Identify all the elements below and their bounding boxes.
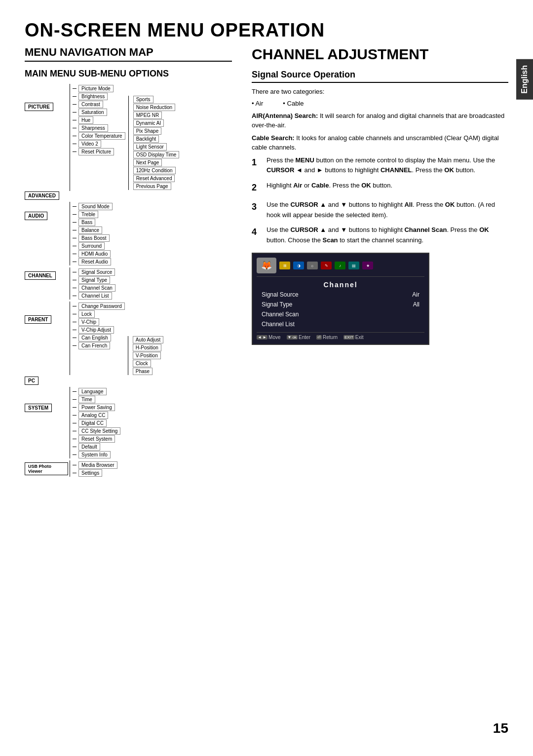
para2: Cable Search: It looks for analog cable … <box>252 133 508 152</box>
channel-adj-title: Channel Adjustment <box>252 46 508 63</box>
ch-nav-return: ⏎ Return <box>316 335 338 340</box>
ch-icon-6: ▤ <box>348 262 359 269</box>
ch-label-channel-list: Channel List <box>262 321 295 328</box>
ch-label-channel-scan: Channel Scan <box>262 311 299 318</box>
step-3-text: Use the CURSOR ▲ and ▼ buttons to highli… <box>266 200 508 221</box>
sub-channel-list: Channel List <box>78 292 112 300</box>
para2-bold: Cable Search: <box>252 134 295 142</box>
l3-phase: Phase <box>133 368 152 375</box>
channel-topbar: 🦊 ⊞ ◑ ☼ ✎ ♪ ▤ ★ <box>257 258 424 277</box>
para1-bold: AIR(Antenna) Search: <box>252 112 318 119</box>
sub-digital-cc: Digital CC <box>78 419 107 427</box>
categories-text: There are two categories: <box>252 87 508 97</box>
ch-nav-enter: ▼ ok Enter <box>287 335 311 340</box>
sub-default: Default <box>78 443 100 451</box>
l3-sports: Sports <box>133 96 153 103</box>
sub-language: Language <box>78 388 107 395</box>
sub-reset-picture: Reset Picture <box>78 148 114 155</box>
sub-reset-sys: Reset System <box>78 435 115 443</box>
menu-parent: PARENT <box>25 315 51 324</box>
sub-settings: Settings <box>78 469 102 477</box>
step-2-num: 2 <box>252 181 262 195</box>
enter-label: Enter <box>299 335 310 340</box>
menu-channel: CHANNEL <box>25 271 56 280</box>
step-4-text: Use the CURSOR ▲ and ▼ buttons to highli… <box>266 225 508 246</box>
l3-next-page: Next Page <box>133 159 162 166</box>
l3-backlight: Backlight <box>133 135 159 143</box>
sub-color-temp: Color Temperature <box>78 132 125 140</box>
sub-contrast: Contrast <box>78 101 103 108</box>
ch-label-signal-type: Signal Type <box>262 301 293 308</box>
ch-label-signal-source: Signal Source <box>262 291 299 298</box>
page-number: 15 <box>493 720 508 736</box>
move-icon: ◄ ► <box>257 335 267 340</box>
sub-hdmi-audio: HDMI Audio <box>78 250 111 258</box>
sub-change-pw: Change Password <box>78 302 125 310</box>
menu-audio: AUDIO <box>25 212 47 220</box>
para1: AIR(Antenna) Search: It will search for … <box>252 111 508 130</box>
sub-media-browser: Media Browser <box>78 461 117 469</box>
l3-pix-shape: Pix Shape <box>133 127 162 135</box>
signal-source-section: Signal Source Operation There are two ca… <box>252 70 508 152</box>
l3-v-position: V-Position <box>133 352 161 359</box>
channel-screen-mock: 🦊 ⊞ ◑ ☼ ✎ ♪ ▤ ★ Channel Signal Source Ai… <box>252 253 429 345</box>
signal-source-title: Signal Source Operation <box>252 70 508 83</box>
sub-time: Time <box>78 396 95 403</box>
sub-bass: Bass <box>78 219 95 226</box>
channel-screen-title: Channel <box>257 280 424 290</box>
sub-treble: Treble <box>78 211 98 218</box>
l3-noise-red: Noise Reduction <box>133 104 175 111</box>
sub-picture-mode: Picture Mode <box>78 85 114 92</box>
menu-usb: USB Photo Viewer <box>25 462 68 475</box>
sub-power-saving: Power Saving <box>78 404 115 411</box>
ch-val-signal-source: Air <box>412 291 419 298</box>
step-1-text: Press the MENU button on the remote cont… <box>266 155 508 176</box>
sub-cc-style: CC Style Setting <box>78 427 120 435</box>
sub-can-french: Can French <box>78 342 110 349</box>
l3-auto-adjust: Auto Adjust <box>133 336 164 343</box>
ch-icon-2: ◑ <box>293 262 304 269</box>
ch-icon-3: ☼ <box>307 262 318 269</box>
sub-vchip-adj: V-Chip Adjust <box>78 326 114 334</box>
l3-h-position: H-Position <box>133 344 161 351</box>
sub-signal-type: Signal Type <box>78 276 110 284</box>
l3-dynamic-ai: Dynamic AI <box>133 119 164 127</box>
sub-lock: Lock <box>78 310 95 318</box>
sub-balance: Balance <box>78 227 102 234</box>
l3-clock: Clock <box>133 360 151 367</box>
l3-120hz: 120Hz Condition <box>133 167 176 174</box>
l3-reset-adv: Reset Advanced <box>133 175 175 182</box>
sub-video2: Video 2 <box>78 140 101 148</box>
sub-sound-mode: Sound Mode <box>78 203 113 210</box>
sub-signal-source: Signal Source <box>78 268 115 276</box>
ch-row-signal-source: Signal Source Air <box>257 290 424 300</box>
ch-nav-move: ◄ ► Move <box>257 335 281 340</box>
ch-nav-bar: ◄ ► Move ▼ ok Enter ⏎ Return EXIT Exit <box>257 332 424 340</box>
menu-nav-title: Menu Navigation Map <box>25 46 232 62</box>
sub-hue: Hue <box>78 116 93 124</box>
sub-reset-audio: Reset Audio <box>78 258 111 265</box>
enter-icon: ▼ ok <box>287 335 298 340</box>
menu-advanced: ADVANCED <box>25 191 59 200</box>
animal-icon: 🦊 <box>257 258 276 273</box>
main-title: On-Screen Menu Operation <box>25 20 508 41</box>
move-label: Move <box>268 335 280 340</box>
return-icon: ⏎ <box>316 335 322 340</box>
menu-pc: PC <box>25 377 38 385</box>
sub-can-english: Can English <box>78 334 111 341</box>
sub-vchip: V-Chip <box>78 318 99 326</box>
sub-analog-cc: Analog CC <box>78 412 108 419</box>
right-column: Channel Adjustment Signal Source Operati… <box>252 46 508 478</box>
exit-icon: EXIT <box>343 335 354 340</box>
step-2-text: Highlight Air or Cable. Press the OK but… <box>266 181 508 195</box>
ch-icon-5: ♪ <box>335 262 345 269</box>
english-tab: English <box>516 59 533 100</box>
sub-sharpness: Sharpness <box>78 124 108 132</box>
steps-list: 1 Press the MENU button on the remote co… <box>252 155 508 246</box>
l3-prev-page: Previous Page <box>133 183 171 190</box>
main-menu-subtitle: Main Menu Sub-Menu Options <box>25 69 232 79</box>
sub-brightness: Brightness <box>78 93 108 100</box>
ch-row-channel-scan: Channel Scan <box>257 309 424 319</box>
ch-row-signal-type: Signal Type All <box>257 300 424 309</box>
step-1: 1 Press the MENU button on the remote co… <box>252 155 508 176</box>
